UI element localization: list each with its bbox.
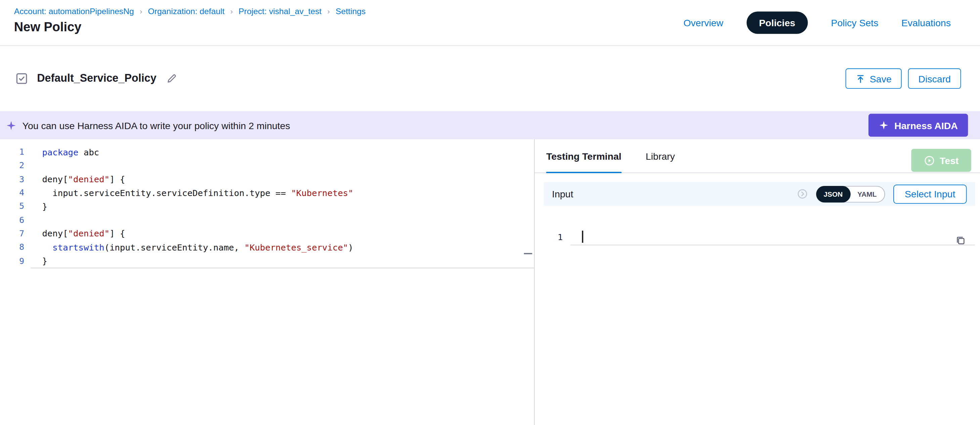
page-title: New Policy bbox=[14, 20, 366, 35]
line-number: 8 bbox=[0, 243, 24, 252]
line-number: 1 bbox=[0, 147, 24, 157]
code-line[interactable]: 7deny["denied"] { bbox=[0, 227, 534, 240]
nav-tab-overview[interactable]: Overview bbox=[683, 17, 724, 28]
nav-tabs: OverviewPoliciesPolicy SetsEvaluations bbox=[683, 0, 951, 45]
play-circle-icon bbox=[924, 155, 934, 166]
test-button-label: Test bbox=[940, 155, 959, 166]
select-input-button[interactable]: Select Input bbox=[893, 184, 967, 203]
breadcrumb-link[interactable]: Project: vishal_av_test bbox=[239, 6, 321, 16]
edit-pencil-icon[interactable] bbox=[167, 73, 177, 84]
input-editor-line[interactable]: 1 bbox=[535, 228, 975, 245]
line-number: 6 bbox=[0, 215, 24, 225]
testing-panel: Testing TerminalLibrary Test Input JSONY… bbox=[535, 139, 980, 425]
code-line[interactable]: 4 input.serviceEntity.serviceDefinition.… bbox=[0, 186, 534, 200]
code-text: startswith(input.serviceEntity.name, "Ku… bbox=[24, 242, 353, 252]
text-cursor bbox=[582, 231, 583, 243]
breadcrumb-separator-icon: › bbox=[231, 7, 233, 16]
circle-hint-icon[interactable] bbox=[797, 189, 807, 200]
code-text: deny["denied"] { bbox=[24, 174, 125, 184]
code-line[interactable]: 6 bbox=[0, 213, 534, 227]
cursor-ruler-mark bbox=[524, 253, 532, 254]
code-text: deny["denied"] { bbox=[24, 228, 125, 238]
policy-toolbar: Default_Service_Policy Save Discard bbox=[0, 46, 980, 111]
aida-button-sparkle-icon bbox=[878, 120, 888, 130]
code-text: input.serviceEntity.serviceDefinition.ty… bbox=[24, 188, 353, 198]
line-number: 4 bbox=[0, 188, 24, 198]
upload-icon bbox=[856, 73, 865, 83]
aida-sparkle-icon bbox=[6, 120, 16, 131]
code-line[interactable]: 5} bbox=[0, 200, 534, 213]
code-text: package abc bbox=[24, 147, 99, 157]
header-left: Account: automationPipelinesNg›Organizat… bbox=[14, 0, 366, 45]
code-line[interactable]: 3deny["denied"] { bbox=[0, 172, 534, 185]
line-number: 7 bbox=[0, 228, 24, 238]
save-button[interactable]: Save bbox=[845, 68, 902, 89]
format-toggle: JSONYAML bbox=[816, 185, 885, 202]
line-number: 5 bbox=[0, 201, 24, 211]
input-editor[interactable]: 1 bbox=[535, 228, 980, 245]
line-number: 9 bbox=[0, 256, 24, 266]
policy-icon bbox=[16, 72, 28, 85]
copy-icon[interactable] bbox=[955, 235, 966, 246]
breadcrumb: Account: automationPipelinesNg›Organizat… bbox=[14, 6, 366, 16]
code-line[interactable]: 2 bbox=[0, 159, 534, 172]
nav-tab-policies[interactable]: Policies bbox=[746, 11, 808, 34]
discard-button-label: Discard bbox=[918, 73, 951, 84]
input-section-header: Input JSONYAML Select Input bbox=[544, 182, 975, 206]
nav-tab-evaluations[interactable]: Evaluations bbox=[901, 17, 951, 28]
breadcrumb-link[interactable]: Settings bbox=[336, 6, 365, 16]
breadcrumb-link[interactable]: Organization: default bbox=[148, 6, 225, 16]
code-editor-lines: 1package abc23deny["denied"] {4 input.se… bbox=[0, 145, 534, 267]
aida-banner: You can use Harness AIDA to write your p… bbox=[0, 111, 980, 139]
page-header: Account: automationPipelinesNg›Organizat… bbox=[0, 0, 980, 46]
input-label: Input bbox=[552, 189, 573, 200]
code-text: } bbox=[24, 256, 47, 266]
discard-button[interactable]: Discard bbox=[908, 68, 961, 89]
code-text: } bbox=[24, 201, 47, 211]
workspace: 1package abc23deny["denied"] {4 input.se… bbox=[0, 139, 980, 425]
input-line-number: 1 bbox=[535, 228, 570, 245]
policy-name: Default_Service_Policy bbox=[37, 72, 156, 85]
format-option-json[interactable]: JSON bbox=[816, 185, 850, 202]
terminal-tabs: Testing TerminalLibrary bbox=[546, 139, 699, 173]
harness-aida-button[interactable]: Harness AIDA bbox=[868, 113, 968, 136]
line-number: 2 bbox=[0, 161, 24, 171]
breadcrumb-separator-icon: › bbox=[328, 7, 330, 16]
policy-code-editor[interactable]: 1package abc23deny["denied"] {4 input.se… bbox=[0, 139, 535, 425]
banner-text: You can use Harness AIDA to write your p… bbox=[22, 120, 290, 131]
breadcrumb-link[interactable]: Account: automationPipelinesNg bbox=[14, 6, 134, 16]
code-line[interactable]: 1package abc bbox=[0, 145, 534, 158]
policy-actions: Save Discard bbox=[845, 68, 961, 89]
input-header-actions: JSONYAML Select Input bbox=[797, 184, 967, 203]
code-line[interactable]: 8 startswith(input.serviceEntity.name, "… bbox=[0, 240, 534, 254]
terminal-header: Testing TerminalLibrary Test bbox=[535, 139, 980, 173]
save-button-label: Save bbox=[870, 73, 892, 84]
line-number: 3 bbox=[0, 174, 24, 184]
tab-library[interactable]: Library bbox=[646, 139, 675, 173]
nav-tab-policy-sets[interactable]: Policy Sets bbox=[831, 17, 878, 28]
test-button[interactable]: Test bbox=[911, 149, 971, 172]
breadcrumb-separator-icon: › bbox=[140, 7, 142, 16]
tab-testing-terminal[interactable]: Testing Terminal bbox=[546, 139, 621, 173]
format-option-yaml[interactable]: YAML bbox=[850, 185, 884, 202]
input-editor-content[interactable] bbox=[571, 228, 975, 245]
aida-button-label: Harness AIDA bbox=[894, 120, 958, 131]
harness-policy-page: Account: automationPipelinesNg›Organizat… bbox=[0, 0, 980, 425]
code-line[interactable]: 9} bbox=[0, 254, 534, 267]
